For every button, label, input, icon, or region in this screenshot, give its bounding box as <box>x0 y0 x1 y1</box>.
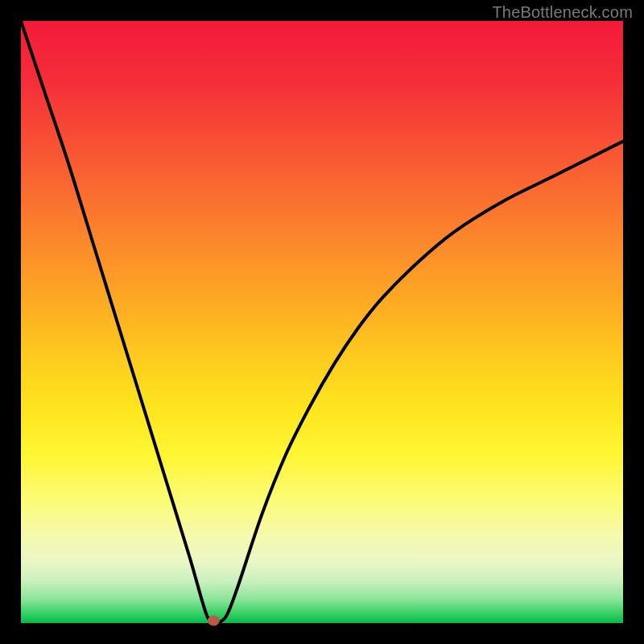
bottleneck-curve <box>21 21 623 623</box>
curve-layer <box>21 21 623 623</box>
watermark-text: TheBottleneck.com <box>492 3 633 22</box>
plot-area <box>21 21 623 623</box>
min-point-marker <box>208 616 219 625</box>
chart-frame: TheBottleneck.com <box>0 0 644 644</box>
